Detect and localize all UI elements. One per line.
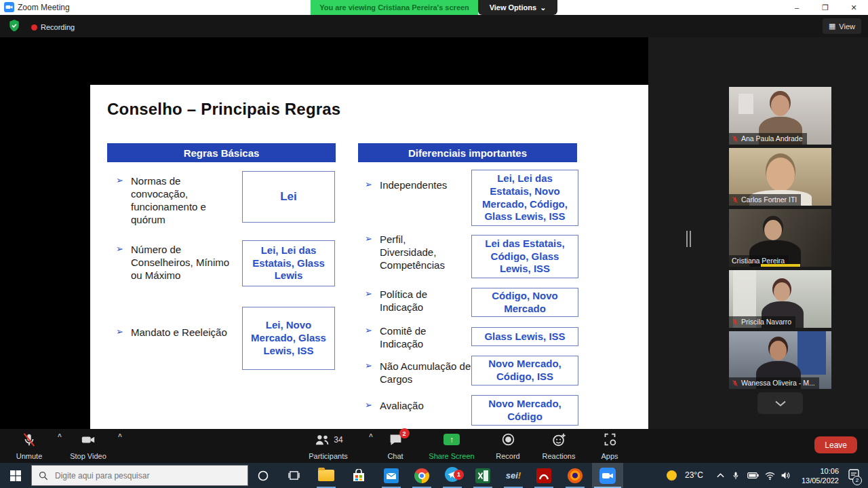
volume-button[interactable] [776,463,795,488]
stop-video-button[interactable]: Stop Video [64,432,112,460]
chevron-down-icon: ⌄ [540,3,546,12]
video-tile[interactable]: Carlos Fortner ITI [729,148,831,206]
rule-label: Normas de convocação, funcionamento e qu… [131,174,239,226]
rule-label: Perfil, Diversidade, Competências [380,233,465,271]
collapse-videos-button[interactable] [757,392,803,414]
sei-button[interactable]: sei! [498,463,528,488]
participant-name-tag: Wanessa Oliveira - M... [729,377,819,389]
acrobat-icon [536,468,551,483]
video-tile[interactable]: Cristiana Pereira [729,209,831,267]
apps-button[interactable]: Apps [589,432,630,460]
start-button[interactable] [0,463,31,488]
zoom-control-toolbar: Unmute ^ Stop Video ^ 34 Participants ^ … [0,429,868,463]
shared-screen-area: Conselho – Principais Regras Regras Bási… [0,37,648,429]
window-titlebar: Zoom Meeting You are viewing Cristiana P… [0,0,868,15]
zoom-app-icon [4,2,14,15]
rule-label: Independentes [380,179,475,191]
rule-sources-box: Lei, Lei das Estatais, Glass Lewis [242,240,335,286]
video-tile[interactable]: Wanessa Oliveira - M... [729,331,831,389]
rule-label: Política de Indicação [380,288,454,314]
file-explorer-button[interactable] [311,463,341,488]
chrome-button[interactable] [407,463,437,488]
panel-drag-handle[interactable] [686,231,692,247]
participants-count: 34 [334,435,342,445]
rule-sources-box: Código, Novo Mercado [471,288,578,317]
left-column-header: Regras Básicas [107,143,336,162]
record-button[interactable]: Record [484,432,532,460]
date-label: 13/05/2022 [802,476,839,485]
apps-icon [603,432,617,447]
rule-label: Avaliação [380,399,461,412]
cortana-button[interactable] [248,463,278,488]
rule-label: Número de Conselheiros, Mínimo ou Máximo [131,243,239,282]
speaker-icon [781,471,791,480]
chat-button[interactable]: 2 Chat [376,432,414,460]
leave-button[interactable]: Leave [814,436,857,453]
presentation-slide: Conselho – Principais Regras Regras Bási… [90,85,649,459]
search-input[interactable] [55,471,224,481]
temperature-label[interactable]: 23°C [685,470,703,480]
search-icon [39,471,48,481]
view-layout-button[interactable]: ▦ View [823,18,861,34]
microphone-icon [732,471,740,481]
wifi-icon [765,472,775,480]
rule-sources-box: Lei, Lei das Estatais, Novo Mercado, Cód… [471,170,578,226]
acrobat-button[interactable] [529,463,559,488]
mic-muted-icon [732,196,738,204]
video-tile[interactable]: Priscila Navarro [729,270,831,328]
zoom-taskbar-button[interactable] [593,463,623,488]
notification-badge: 2 [852,476,862,485]
mail-button[interactable] [376,463,406,488]
bullet-icon: ➢ [365,288,372,299]
weather-button[interactable] [661,463,682,488]
rule-sources-box: Glass Lewis, ISS [471,327,578,346]
bullet-icon: ➢ [116,326,123,337]
rule-sources-box: Novo Mercado, Código, ISS [471,356,578,386]
participants-button[interactable]: 34 Participants [296,432,361,460]
cortana-icon [258,470,269,481]
participants-options-caret[interactable]: ^ [369,433,373,440]
bullet-icon: ➢ [365,233,372,244]
sei-icon: sei! [506,470,521,481]
bullet-icon: ➢ [365,360,372,371]
action-center-button[interactable]: 2 [841,463,867,488]
meeting-info-bar: Recording ▦ View [0,15,868,37]
bullet-icon: ➢ [116,175,123,185]
time-label: 10:06 [802,466,839,476]
rule-sources-box: Lei das Estatais, Código, Glass Lewis, I… [471,235,578,278]
tray-mic-button[interactable] [727,463,745,488]
audio-options-caret[interactable]: ^ [58,433,62,440]
restore-button[interactable]: ❐ [811,0,840,15]
participant-name-tag: Priscila Navarro [729,316,795,328]
firefox-icon [568,468,583,483]
active-speaker-indicator [761,264,800,267]
taskbar-search[interactable] [31,465,248,486]
minimize-button[interactable]: – [783,0,811,15]
video-options-caret[interactable]: ^ [118,433,122,440]
bullet-icon: ➢ [365,179,372,189]
zoom-icon [599,468,616,484]
firefox-button[interactable] [560,463,590,488]
taskbar-clock[interactable]: 10:06 13/05/2022 [802,466,839,486]
ms-store-button[interactable] [344,463,374,488]
battery-button[interactable] [743,463,762,488]
rule-label: Não Acumulação de Cargos [380,360,478,386]
record-icon [501,432,515,447]
share-screen-button[interactable]: ↑ Share Screen [414,432,489,460]
viewing-screen-banner: You are viewing Cristiana Pereira's scre… [311,0,478,15]
telegram-button[interactable]: 1 [437,463,467,488]
wall-art [738,94,753,114]
telegram-badge: 1 [454,470,464,480]
sun-weather-icon [667,470,677,481]
close-button[interactable]: ✕ [840,0,868,15]
bullet-icon: ➢ [365,400,372,410]
task-view-button[interactable] [279,463,309,488]
excel-button[interactable] [468,463,498,488]
unmute-button[interactable]: Unmute [7,432,52,460]
security-shield-icon[interactable] [8,19,20,35]
reactions-button[interactable]: Reactions [532,432,586,460]
view-options-button[interactable]: View Options ⌄ [478,0,557,15]
video-tile[interactable]: Ana Paula Andrade [729,87,831,145]
grid-view-icon: ▦ [829,22,835,31]
rule-sources-box: Novo Mercado, Código [471,395,578,426]
